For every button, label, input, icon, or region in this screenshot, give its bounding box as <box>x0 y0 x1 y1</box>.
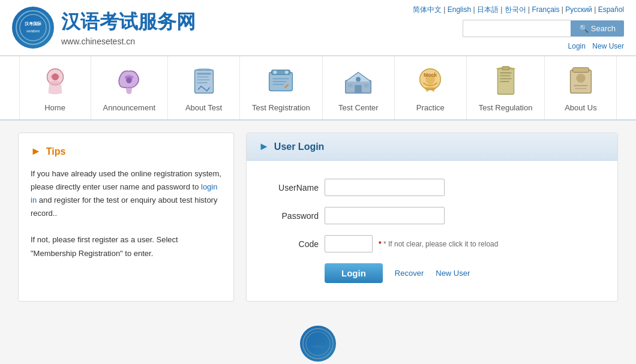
svg-rect-36 <box>574 85 587 86</box>
svg-point-15 <box>285 71 289 74</box>
svg-rect-21 <box>348 84 353 88</box>
search-button[interactable]: 🔍 Search <box>571 20 624 37</box>
tips-title-row: ► Tips <box>31 145 221 158</box>
svg-rect-11 <box>197 82 207 83</box>
lang-fr[interactable]: Français <box>532 5 559 14</box>
tips-highlight: login in <box>31 182 217 204</box>
svg-rect-9 <box>197 76 208 77</box>
nav-item-test-regulation[interactable]: Test Regulation <box>467 56 545 119</box>
svg-rect-30 <box>500 78 511 79</box>
code-row: Code * * If not clear, please click it t… <box>271 235 593 252</box>
username-label: UserName <box>271 183 319 192</box>
svg-text:汉考国际: 汉考国际 <box>25 21 42 26</box>
login-header-title: User Login <box>274 142 325 152</box>
search-input[interactable] <box>463 20 571 37</box>
practice-icon: Mock <box>412 64 448 100</box>
announcement-icon <box>111 64 147 100</box>
lang-ru[interactable]: Русский <box>565 5 592 14</box>
button-row: Login Recover New User <box>325 263 593 283</box>
nav-label-announcement: Announcement <box>103 103 155 112</box>
lang-en[interactable]: English <box>448 5 471 14</box>
code-hint: * * If not clear, please click it to rel… <box>379 240 498 248</box>
nav-label-about-test: About Test <box>185 103 222 112</box>
tips-panel: ► Tips If you have already used the onli… <box>18 133 234 302</box>
password-input[interactable] <box>325 207 445 224</box>
svg-text:汉考国际: 汉考国际 <box>311 338 326 342</box>
password-row: Password <box>271 207 593 224</box>
nav-label-test-center: Test Center <box>338 103 378 112</box>
svg-rect-31 <box>500 81 509 82</box>
code-input[interactable] <box>325 235 373 252</box>
svg-point-0 <box>16 11 50 44</box>
nav-label-test-regulation: Test Regulation <box>479 103 533 112</box>
tips-paragraph-2: If not, please first register as a user.… <box>31 233 221 260</box>
svg-rect-37 <box>575 88 586 89</box>
svg-point-38 <box>303 329 333 359</box>
new-user-link[interactable]: New User <box>436 269 470 278</box>
main-content: ► Tips If you have already used the onli… <box>6 133 630 302</box>
svg-point-6 <box>126 77 132 83</box>
site-url: www.chinesetest.cn <box>61 37 196 46</box>
logo-area: 汉考国际 HANBAN 汉语考试服务网 www.chinesetest.cn <box>12 7 196 49</box>
recover-link[interactable]: Recover <box>395 269 424 278</box>
test-registration-icon <box>263 64 299 100</box>
nav-item-home[interactable]: Home <box>19 56 91 119</box>
lang-ko[interactable]: 한국어 <box>505 5 526 14</box>
nav-item-test-registration[interactable]: Test Registration <box>240 56 323 119</box>
username-input[interactable] <box>325 179 445 196</box>
login-form-area: UserName Password Code * * If not clear,… <box>247 161 617 301</box>
svg-rect-16 <box>273 78 289 79</box>
nav-label-about-us: About Us <box>565 103 596 112</box>
login-panel: ► User Login UserName Password Code * <box>246 133 618 302</box>
login-header: ► User Login <box>247 133 617 161</box>
logo-text: 汉语考试服务网 www.chinesetest.cn <box>61 9 196 46</box>
svg-rect-10 <box>197 79 209 80</box>
nav-item-test-center[interactable]: Test Center <box>323 56 395 119</box>
footer: 汉考国际 HANBAN <box>0 314 636 364</box>
nav-item-practice[interactable]: Mock Practice <box>395 56 467 119</box>
about-us-icon <box>563 64 599 100</box>
svg-rect-8 <box>197 73 211 75</box>
svg-point-14 <box>274 71 277 74</box>
login-links: Login New User <box>563 42 624 50</box>
search-icon: 🔍 <box>579 24 589 33</box>
svg-point-39 <box>306 332 330 356</box>
footer-logo: 汉考国际 HANBAN <box>300 326 336 362</box>
search-area: 🔍 Search <box>463 20 624 37</box>
lang-es[interactable]: Español <box>598 5 624 14</box>
site-logo: 汉考国际 HANBAN <box>12 7 54 49</box>
login-arrow-icon: ► <box>259 140 269 153</box>
svg-rect-18 <box>273 84 284 85</box>
tips-paragraph-1: If you have already used the online regi… <box>31 167 221 220</box>
nav-item-announcement[interactable]: Announcement <box>91 56 168 119</box>
svg-rect-32 <box>502 67 509 70</box>
login-button[interactable]: Login <box>325 263 383 283</box>
svg-rect-29 <box>500 75 510 76</box>
nav-label-test-registration: Test Registration <box>252 103 310 112</box>
svg-text:HANBAN: HANBAN <box>312 345 323 348</box>
search-label: Search <box>591 24 616 33</box>
language-bar: 简体中文 | English | 日本語 | 한국어 | Français | … <box>413 5 624 15</box>
svg-rect-22 <box>364 84 369 88</box>
code-label: Code <box>271 239 319 249</box>
svg-text:HANBAN: HANBAN <box>26 29 40 33</box>
nav-label-home: Home <box>44 103 65 112</box>
nav-item-about-us[interactable]: About Us <box>545 56 617 119</box>
svg-rect-28 <box>500 73 511 74</box>
code-input-area: * * If not clear, please click it to rel… <box>325 235 498 252</box>
about-test-icon <box>186 64 222 100</box>
lang-ja[interactable]: 日本語 <box>477 5 499 14</box>
test-regulation-icon <box>488 64 524 100</box>
login-link[interactable]: Login <box>568 42 586 50</box>
tips-content: If you have already used the online regi… <box>31 167 221 260</box>
password-label: Password <box>271 211 319 221</box>
nav-item-about-test[interactable]: About Test <box>168 56 240 119</box>
site-header: 汉考国际 HANBAN 汉语考试服务网 www.chinesetest.cn 简… <box>0 0 636 56</box>
svg-rect-34 <box>572 68 589 73</box>
lang-zh[interactable]: 简体中文 <box>413 5 442 14</box>
username-row: UserName <box>271 179 593 196</box>
test-center-icon <box>340 64 376 100</box>
newuser-link[interactable]: New User <box>592 42 624 50</box>
site-title: 汉语考试服务网 <box>61 9 196 35</box>
svg-point-23 <box>356 77 361 82</box>
